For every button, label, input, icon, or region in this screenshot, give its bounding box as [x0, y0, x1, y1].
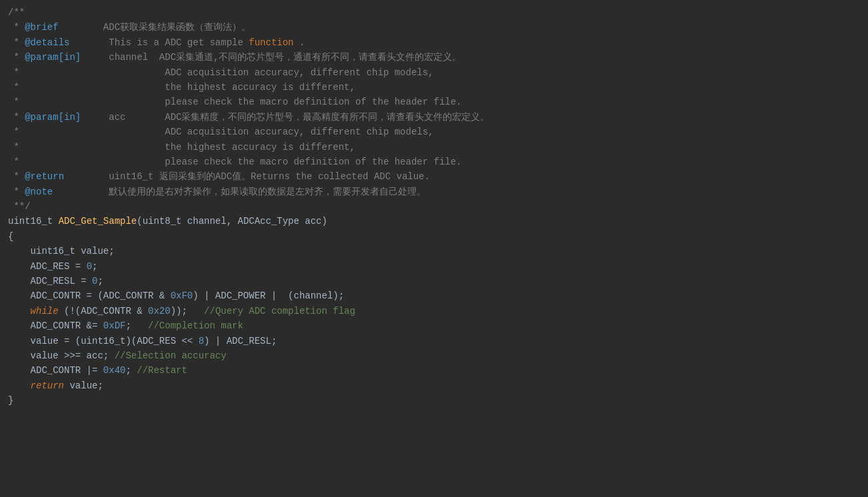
- code-line-8: * @param[in] acc ADC采集精度，不同的芯片型号，最高精度有所不…: [0, 110, 868, 125]
- code-editor: /** * @brief ADC获取采集结果函数（查询法）。 * @detail…: [0, 0, 868, 497]
- code-line-19: ADC_RESL = 0;: [0, 274, 868, 288]
- code-line-9: * ADC acquisition accuracy, different ch…: [0, 125, 868, 139]
- code-line-13: * @note 默认使用的是右对齐操作，如果读取的数据是左对齐，需要开发者自己处…: [0, 185, 868, 199]
- code-line-25: ADC_CONTR |= 0x40; //Restart: [0, 363, 868, 378]
- code-line-5: * ADC acquisition accuracy, different ch…: [0, 65, 868, 80]
- code-line-27: }: [0, 393, 868, 408]
- code-line-22: ADC_CONTR &= 0xDF; //Completion mark: [0, 318, 868, 333]
- code-line-26: return value;: [0, 378, 868, 393]
- comment-text: /**: [8, 5, 25, 20]
- code-line-10: * the highest accuracy is different,: [0, 140, 868, 155]
- code-line-24: value >>= acc; //Selection accuracy: [0, 348, 868, 363]
- code-line-20: ADC_CONTR = (ADC_CONTR & 0xF0) | ADC_POW…: [0, 288, 868, 303]
- code-line-17: uint16_t value;: [0, 244, 868, 258]
- code-line-11: * please check the macro definition of t…: [0, 155, 868, 169]
- code-line-1: /**: [0, 5, 868, 20]
- code-line-2: * @brief ADC获取采集结果函数（查询法）。: [0, 20, 868, 35]
- code-line-12: * @return uint16_t 返回采集到的ADC值。Returns th…: [0, 169, 868, 184]
- code-line-14: **/: [0, 199, 868, 214]
- code-line-21: while (!(ADC_CONTR & 0x20)); //Query ADC…: [0, 304, 868, 318]
- code-line-15: uint16_t ADC_Get_Sample(uint8_t channel,…: [0, 214, 868, 229]
- code-line-3: * @details This is a ADC get sample func…: [0, 35, 868, 50]
- code-line-4: * @param[in] channel ADC采集通道,不同的芯片型号，通道有…: [0, 50, 868, 65]
- code-line-7: * please check the macro definition of t…: [0, 95, 868, 109]
- code-line-23: value = (uint16_t)(ADC_RES << 8) | ADC_R…: [0, 334, 868, 348]
- code-line-18: ADC_RES = 0;: [0, 259, 868, 274]
- code-line-16: {: [0, 229, 868, 244]
- code-line-6: * the highest accuracy is different,: [0, 80, 868, 95]
